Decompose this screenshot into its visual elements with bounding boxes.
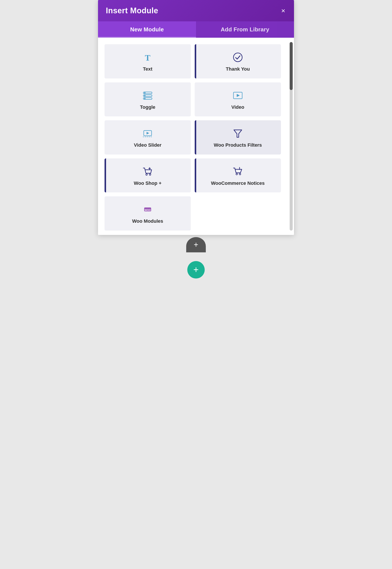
cart-plus-icon: [142, 166, 153, 177]
module-card-toggle[interactable]: Toggle: [105, 82, 191, 117]
module-card-woocommerce-notices[interactable]: WooCommerce Notices: [195, 159, 281, 193]
left-accent-woocommerce-notices: [195, 159, 196, 193]
module-label-woo-products-filters: Woo Products Filters: [214, 142, 262, 148]
filter-icon: [232, 128, 243, 139]
left-accent-woo-products-filters: [195, 120, 196, 155]
svg-point-19: [239, 173, 241, 175]
module-label-video: Video: [231, 104, 244, 111]
toggle-icon: [142, 90, 153, 101]
svg-point-14: [146, 174, 147, 175]
svg-marker-9: [237, 94, 240, 97]
module-card-thank-you[interactable]: Thank You: [195, 44, 281, 78]
modal-close-button[interactable]: ×: [280, 7, 286, 14]
video-slider-icon: [142, 128, 153, 139]
left-accent-thank-you: [195, 44, 196, 78]
svg-point-1: [234, 53, 242, 62]
module-label-woocommerce-notices: WooCommerce Notices: [211, 180, 265, 187]
page-wrapper: Insert Module × New Module Add From Libr…: [98, 0, 294, 287]
insert-module-modal: Insert Module × New Module Add From Libr…: [98, 0, 294, 235]
svg-point-7: [144, 98, 145, 99]
plus-dark-icon: +: [194, 241, 198, 249]
module-card-video[interactable]: Video: [195, 82, 281, 117]
tab-new-module[interactable]: New Module: [98, 21, 196, 38]
woo-badge-icon: WOO: [142, 204, 153, 215]
scrollbar-thumb[interactable]: [290, 42, 293, 90]
module-label-woo-modules: Woo Modules: [132, 218, 163, 224]
module-label-text: Text: [143, 66, 153, 72]
svg-text:T: T: [145, 53, 150, 62]
cart-notice-icon: [232, 166, 243, 177]
check-circle-icon: [232, 52, 243, 63]
svg-point-18: [236, 173, 238, 175]
plus-green-icon: +: [193, 265, 199, 274]
video-icon: [232, 90, 243, 101]
module-card-text[interactable]: T Text: [105, 44, 191, 78]
svg-marker-11: [147, 132, 149, 134]
svg-text:WOO: WOO: [145, 209, 151, 211]
module-label-thank-you: Thank You: [226, 66, 250, 72]
modal-title: Insert Module: [106, 6, 158, 15]
module-card-woo-shop-plus[interactable]: Woo Shop +: [105, 159, 191, 193]
module-label-woo-shop-plus: Woo Shop +: [134, 180, 161, 187]
module-grid-container: T Text Thank You: [98, 38, 294, 235]
modal-header: Insert Module ×: [98, 0, 294, 21]
module-card-woo-products-filters[interactable]: Woo Products Filters: [195, 120, 281, 155]
svg-marker-13: [234, 130, 242, 137]
module-card-video-slider[interactable]: Video Slider: [105, 120, 191, 155]
svg-point-6: [144, 95, 145, 96]
add-module-dark-button[interactable]: +: [186, 237, 206, 252]
module-label-video-slider: Video Slider: [134, 142, 162, 148]
svg-point-5: [144, 92, 145, 93]
module-grid: T Text Thank You: [105, 44, 287, 231]
svg-point-15: [149, 174, 151, 175]
modal-tabs: New Module Add From Library: [98, 21, 294, 38]
module-card-woo-modules[interactable]: WOO Woo Modules: [105, 196, 191, 231]
add-module-green-button[interactable]: +: [187, 261, 205, 278]
text-icon: T: [142, 52, 153, 63]
module-label-toggle: Toggle: [140, 104, 155, 111]
tab-add-from-library[interactable]: Add From Library: [196, 21, 294, 38]
scrollbar-track[interactable]: [290, 42, 293, 231]
left-accent-woo-shop-plus: [105, 159, 106, 193]
bottom-area: + +: [98, 235, 294, 287]
svg-point-21: [239, 169, 240, 170]
